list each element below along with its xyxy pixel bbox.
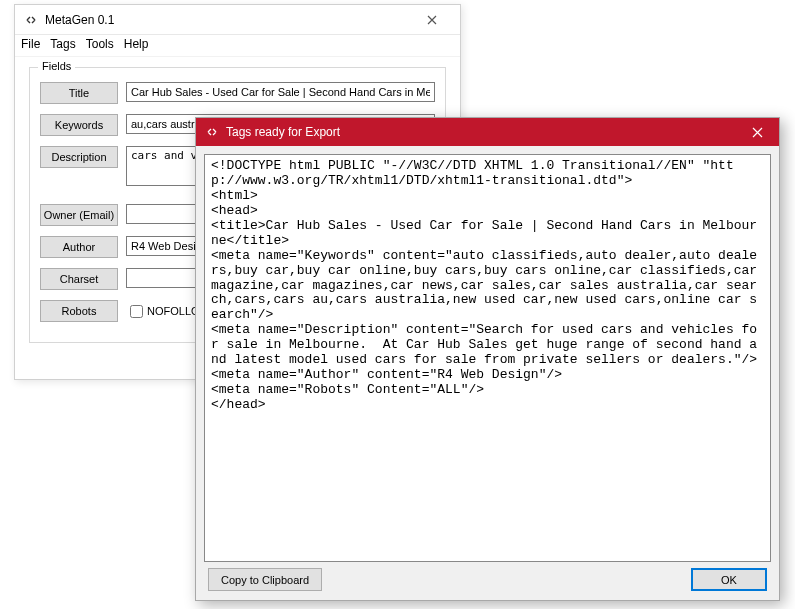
menubar: File Tags Tools Help (15, 35, 460, 57)
dialog-body: <!DOCTYPE html PUBLIC "-//W3C//DTD XHTML… (196, 146, 779, 599)
copy-to-clipboard-button[interactable]: Copy to Clipboard (208, 568, 322, 591)
main-close-button[interactable] (412, 6, 452, 34)
dialog-button-row: Copy to Clipboard OK (204, 562, 771, 591)
close-icon (752, 127, 763, 138)
charset-label-button[interactable]: Charset (40, 268, 118, 290)
keywords-label-button[interactable]: Keywords (40, 114, 118, 136)
dialog-close-button[interactable] (735, 118, 779, 146)
robots-label-button[interactable]: Robots (40, 300, 118, 322)
dialog-titlebar: Tags ready for Export (196, 118, 779, 146)
title-input[interactable] (126, 82, 435, 102)
app-icon (23, 12, 39, 28)
export-dialog: Tags ready for Export <!DOCTYPE html PUB… (195, 117, 780, 601)
dialog-icon (204, 124, 220, 140)
menu-tags[interactable]: Tags (50, 37, 75, 54)
menu-help[interactable]: Help (124, 37, 149, 54)
export-output-textbox[interactable]: <!DOCTYPE html PUBLIC "-//W3C//DTD XHTML… (204, 154, 771, 562)
close-icon (427, 15, 437, 25)
title-label-button[interactable]: Title (40, 82, 118, 104)
menu-file[interactable]: File (21, 37, 40, 54)
dialog-title: Tags ready for Export (226, 125, 735, 139)
menu-tools[interactable]: Tools (86, 37, 114, 54)
main-titlebar: MetaGen 0.1 (15, 5, 460, 35)
nofollow-checkbox[interactable] (130, 305, 143, 318)
owner-label-button[interactable]: Owner (Email) (40, 204, 118, 226)
description-label-button[interactable]: Description (40, 146, 118, 168)
fields-legend: Fields (38, 60, 75, 72)
row-title: Title (40, 82, 435, 104)
main-window-title: MetaGen 0.1 (45, 13, 412, 27)
author-label-button[interactable]: Author (40, 236, 118, 258)
ok-button[interactable]: OK (691, 568, 767, 591)
